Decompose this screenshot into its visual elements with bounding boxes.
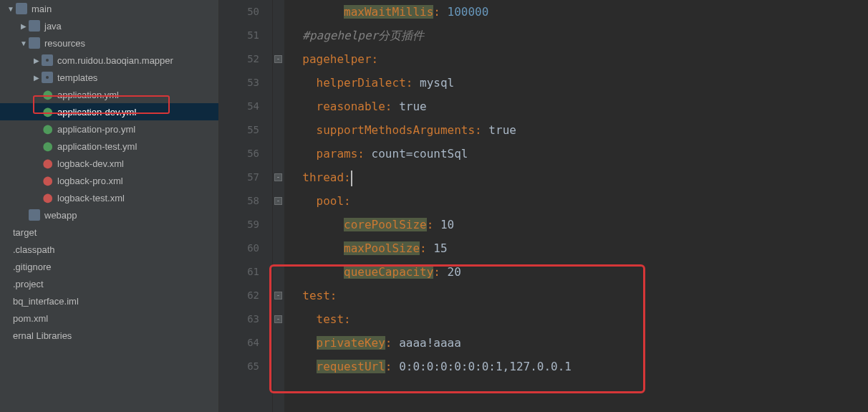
fold-toggle-icon[interactable]: - [274, 55, 282, 63]
line-number: 60 [219, 236, 259, 260]
tree-item-logback-test-xml[interactable]: logback-test.xml [0, 189, 218, 206]
code-line-51[interactable]: pagehelper: [289, 47, 868, 71]
line-number: 55 [219, 118, 259, 142]
project-tree[interactable]: mainjavaresourcescom.ruidou.baoqian.mapp… [0, 0, 219, 412]
code-token: #pagehelper分页插件 [302, 29, 424, 42]
code-line-58[interactable]: corePoolSize: 10 [289, 213, 868, 236]
pkg-icon [42, 72, 53, 83]
code-token: aaaa!aaaa [399, 336, 461, 350]
tree-item-com-ruidou-baoqian-mapper[interactable]: com.ruidou.baoqian.mapper [0, 52, 218, 69]
tree-item-logback-pro-xml[interactable]: logback-pro.xml [0, 172, 218, 189]
code-editor[interactable]: 50515253545556575859606162636465 ----- m… [219, 0, 868, 412]
chevron-right-icon[interactable] [32, 57, 42, 64]
code-token: maxPoolSize [344, 241, 420, 255]
line-number: 58 [219, 189, 259, 213]
tree-item-label: pom.xml [13, 313, 48, 324]
tree-item-java[interactable]: java [0, 17, 218, 34]
code-token: 0:0:0:0:0:0:0:1,127.0.0.1 [399, 360, 572, 373]
code-token: queueCapacity [344, 265, 433, 279]
tree-item-label: application.yml [57, 90, 119, 100]
fold-column[interactable]: ----- [273, 0, 284, 412]
tree-item-label: target [13, 227, 37, 238]
tree-item-bq-interface-iml[interactable]: bq_interface.iml [0, 292, 218, 310]
fold-toggle-icon[interactable]: - [274, 173, 282, 181]
tree-item-main[interactable]: main [0, 0, 218, 17]
tree-item-label: templates [57, 72, 97, 83]
chevron-right-icon[interactable] [32, 74, 42, 82]
tree-item-application-dev-yml[interactable]: application-dev.yml [0, 103, 218, 120]
tree-item-resources[interactable]: resources [0, 34, 218, 52]
line-number: 57 [219, 166, 259, 189]
line-number: 62 [219, 284, 259, 307]
code-line-56[interactable]: thread: [289, 166, 868, 189]
tree-item-logback-dev-xml[interactable]: logback-dev.xml [0, 155, 218, 172]
tree-item-target[interactable]: target [0, 224, 218, 241]
code-token: : [420, 241, 433, 255]
chevron-down-icon[interactable] [6, 5, 16, 13]
code-line-53[interactable]: reasonable: true [289, 95, 868, 118]
code-token: maxWaitMillis [344, 5, 433, 19]
code-line-60[interactable]: queueCapacity: 20 [289, 260, 868, 284]
code-token: supportMethodsArguments [317, 123, 476, 137]
tree-item-label: main [32, 4, 52, 14]
tree-item--classpath[interactable]: .classpath [0, 241, 218, 258]
code-line-59[interactable]: maxPoolSize: 15 [289, 236, 868, 260]
tree-item-application-pro-yml[interactable]: application-pro.yml [0, 120, 218, 138]
code-line-55[interactable]: params: count=countSql [289, 142, 868, 166]
code-line-65[interactable] [289, 378, 868, 402]
line-number: 56 [219, 142, 259, 166]
line-number: 63 [219, 307, 259, 331]
tree-item-pom-xml[interactable]: pom.xml [0, 310, 218, 327]
line-number: 64 [219, 331, 259, 355]
yml-icon [42, 106, 53, 118]
tree-item-label: com.ruidou.baoqian.mapper [57, 55, 173, 66]
fold-toggle-icon[interactable]: - [274, 315, 282, 323]
code-token: 20 [448, 265, 461, 279]
code-line-54[interactable]: supportMethodsArguments: true [289, 118, 868, 142]
line-number-gutter: 50515253545556575859606162636465 [219, 0, 273, 412]
code-token: : [385, 360, 399, 373]
code-token: : [385, 336, 399, 350]
code-token: privateKey [317, 336, 385, 350]
chevron-down-icon[interactable] [19, 39, 29, 47]
tree-item--project[interactable]: .project [0, 275, 218, 292]
tree-item-label: logback-pro.xml [57, 176, 123, 186]
folder-icon [29, 20, 40, 32]
tree-item-ernal-libraries[interactable]: ernal Libraries [0, 327, 218, 344]
code-token: count=countSql [372, 147, 468, 161]
tree-item-webapp[interactable]: webapp [0, 206, 218, 224]
xml-icon [42, 175, 53, 186]
code-line-57[interactable]: pool: [289, 189, 868, 213]
code-line-61[interactable]: test: [289, 284, 868, 307]
line-number: 53 [219, 71, 259, 95]
code-token: test [317, 312, 344, 326]
code-token: test [302, 289, 330, 302]
folder-icon [29, 209, 40, 221]
tree-item-label: .classpath [13, 244, 55, 255]
code-line-64[interactable]: requestUrl: 0:0:0:0:0:0:0:1,127.0.0.1 [289, 355, 868, 378]
tree-item-label: application-pro.yml [57, 124, 135, 135]
code-token: params [317, 147, 358, 161]
fold-toggle-icon[interactable]: - [274, 292, 282, 300]
code-token: : [433, 265, 447, 279]
code-line-62[interactable]: test: [289, 307, 868, 331]
code-token: helperDialect [317, 76, 406, 90]
code-token: 15 [433, 241, 447, 255]
tree-item-templates[interactable]: templates [0, 69, 218, 86]
code-line-49[interactable]: maxWaitMillis: 100000 [289, 0, 868, 24]
code-token: requestUrl [317, 360, 385, 373]
code-token: : [406, 76, 420, 90]
line-number: 54 [219, 95, 259, 118]
fold-toggle-icon[interactable]: - [274, 197, 282, 205]
code-line-63[interactable]: privateKey: aaaa!aaaa [289, 331, 868, 355]
tree-item-application-yml[interactable]: application.yml [0, 86, 218, 103]
chevron-right-icon[interactable] [19, 22, 29, 30]
code-token: corePoolSize [344, 218, 427, 231]
code-line-52[interactable]: helperDialect: mysql [289, 71, 868, 95]
tree-item-application-test-yml[interactable]: application-test.yml [0, 138, 218, 155]
code-area[interactable]: maxWaitMillis: 100000 #pagehelper分页插件 pa… [284, 0, 868, 412]
code-line-50[interactable]: #pagehelper分页插件 [289, 24, 868, 47]
code-token: : [330, 289, 337, 302]
code-token: : [427, 218, 440, 231]
tree-item--gitignore[interactable]: .gitignore [0, 258, 218, 275]
